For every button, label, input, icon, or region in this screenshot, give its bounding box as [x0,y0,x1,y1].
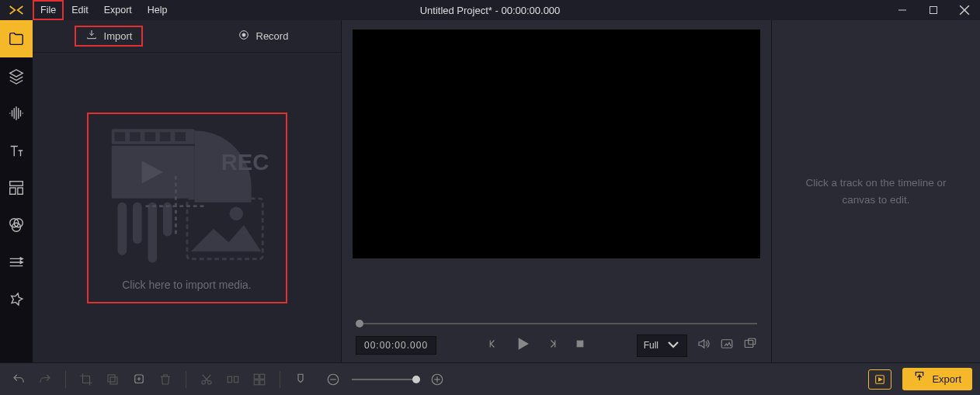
tab-import-label: Import [104,30,133,42]
cut-button[interactable] [196,369,217,390]
preview-zoom-select[interactable]: Full [637,334,687,357]
prev-frame-button[interactable] [486,337,500,354]
media-tabs: Import Record [33,20,341,53]
preview-panel: 00:00:00.000 Full [341,20,772,362]
svg-rect-41 [260,379,265,384]
undo-button[interactable] [8,369,30,390]
next-frame-button[interactable] [545,337,559,354]
tab-record[interactable]: Record [227,26,300,47]
rec-label: REC [221,149,269,174]
svg-rect-29 [745,341,753,348]
timecode: 00:00:00.000 [356,336,436,355]
zoom-control [322,369,448,390]
volume-button[interactable] [697,337,711,354]
separator [280,371,280,388]
svg-rect-40 [254,379,259,384]
separator [65,371,66,388]
dropzone-art-icon: REC [104,119,270,271]
import-dropzone[interactable]: REC Click here to import media. [87,113,287,303]
svg-rect-30 [749,338,756,345]
svg-rect-5 [10,188,16,194]
export-button[interactable]: Export [902,368,972,390]
add-marker-button[interactable] [128,369,150,390]
svg-point-11 [242,33,245,36]
properties-hint: Click a track on the timeline or canvas … [806,175,947,208]
svg-point-24 [229,206,243,220]
rail-transitions[interactable] [0,244,33,281]
media-panel: Import Record [33,20,341,362]
import-icon [85,29,98,43]
tool-rail [0,20,33,362]
svg-rect-19 [117,202,127,255]
svg-rect-15 [144,132,155,141]
rail-text[interactable] [0,132,33,169]
svg-rect-6 [18,188,23,194]
record-icon [238,29,250,43]
close-button[interactable] [949,0,980,20]
rail-templates[interactable] [0,169,33,206]
rail-media[interactable] [0,20,33,57]
menu-edit[interactable]: Edit [64,0,96,20]
menu-export[interactable]: Export [96,0,140,20]
svg-rect-38 [254,374,259,379]
svg-rect-31 [108,375,115,382]
scrub-bar[interactable] [351,316,762,331]
menu-file[interactable]: File [33,0,64,20]
crop-button[interactable] [75,369,97,390]
rail-audio[interactable] [0,95,33,132]
app-logo-icon [0,0,33,20]
svg-rect-28 [721,340,732,348]
preview-zoom-label: Full [644,340,659,351]
svg-rect-22 [162,202,172,236]
svg-rect-32 [110,377,117,384]
zoom-slider[interactable] [352,379,419,380]
svg-rect-27 [577,341,583,347]
scrub-playhead[interactable] [356,320,363,327]
svg-rect-17 [175,132,186,141]
svg-rect-39 [260,374,265,379]
zoom-out-button[interactable] [322,369,344,390]
rail-layers[interactable] [0,57,33,95]
menu-help[interactable]: Help [140,0,175,20]
svg-rect-1 [930,7,937,14]
playhead-marker-button[interactable] [290,369,311,390]
export-icon [913,372,926,386]
scrub-track [363,323,757,324]
svg-rect-20 [132,202,141,244]
window-controls [887,0,980,20]
svg-rect-36 [228,376,231,383]
preview-canvas[interactable] [353,29,760,258]
minimize-button[interactable] [887,0,918,20]
render-preview-button[interactable] [868,369,891,390]
delete-button[interactable] [155,369,176,390]
menu-bar: File Edit Export Help Untitled Project* … [0,0,980,20]
svg-rect-37 [235,376,238,383]
svg-rect-21 [148,202,157,262]
zoom-thumb[interactable] [412,376,420,383]
duplicate-button[interactable] [102,369,123,390]
maximize-button[interactable] [918,0,949,20]
rail-filters[interactable] [0,206,33,244]
group-button[interactable] [248,369,270,390]
fullscreen-button[interactable] [743,337,757,354]
svg-rect-13 [114,132,125,141]
svg-rect-16 [159,132,170,141]
chevron-down-icon [666,338,680,354]
stop-button[interactable] [573,337,587,354]
svg-rect-4 [10,182,23,186]
dropzone-hint: Click here to import media. [122,279,252,291]
properties-panel: Click a track on the timeline or canvas … [772,20,980,362]
tab-record-label: Record [256,30,289,42]
window-title: Untitled Project* - 00:00:00.000 [420,5,561,16]
snapshot-button[interactable] [720,337,734,354]
split-button[interactable] [222,369,244,390]
tab-import[interactable]: Import [75,26,144,47]
play-button[interactable] [514,335,531,355]
zoom-in-button[interactable] [426,369,448,390]
redo-button[interactable] [34,369,56,390]
media-body: REC Click here to import media. [33,53,341,362]
separator [186,371,186,388]
preview-controls: 00:00:00.000 Full [351,331,762,362]
main-area: Import Record [0,20,980,362]
rail-elements[interactable] [0,281,33,318]
